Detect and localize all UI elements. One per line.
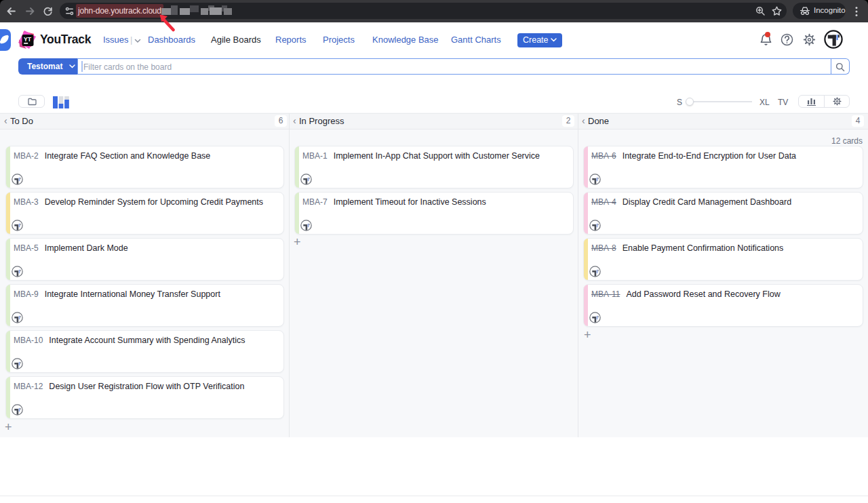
svg-text:YT: YT	[24, 36, 32, 43]
